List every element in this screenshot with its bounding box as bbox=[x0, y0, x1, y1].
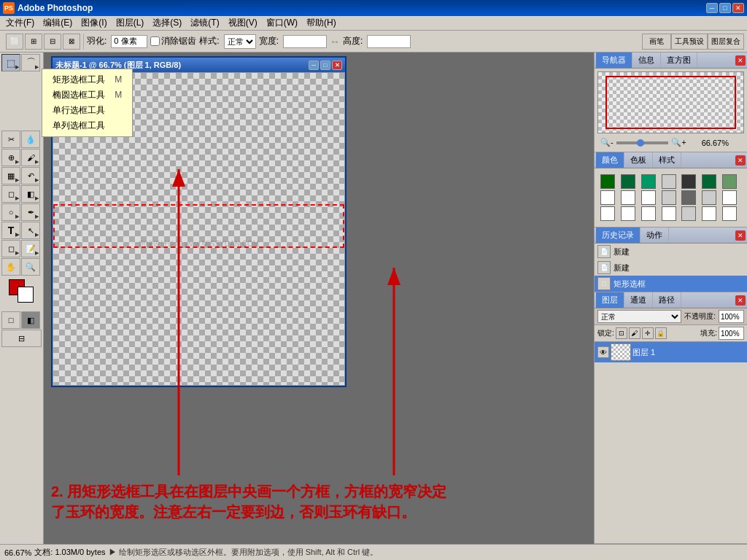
color-swatch[interactable] bbox=[681, 190, 696, 205]
history-close-btn[interactable]: ✕ bbox=[735, 230, 746, 241]
quick-mask-mode[interactable]: ◧ bbox=[21, 311, 40, 329]
menu-filter[interactable]: 滤镜(T) bbox=[186, 16, 223, 30]
feather-input[interactable] bbox=[111, 35, 147, 48]
color-close-btn[interactable]: ✕ bbox=[735, 155, 746, 166]
tab-navigator[interactable]: 导航器 bbox=[596, 52, 632, 68]
path-select-tool[interactable]: ↖▶ bbox=[21, 222, 40, 239]
layer-comp-btn[interactable]: 图层复合 bbox=[708, 34, 744, 50]
popup-ellipse-marquee[interactable]: 椭圆选框工具 M bbox=[47, 88, 128, 103]
popup-single-col[interactable]: 单列选框工具 bbox=[47, 118, 128, 133]
tab-histogram[interactable]: 直方图 bbox=[661, 52, 697, 68]
tab-paths[interactable]: 路径 bbox=[653, 292, 681, 308]
crop-tool[interactable]: ✂ bbox=[1, 131, 20, 148]
menu-window[interactable]: 窗口(W) bbox=[262, 16, 302, 30]
color-swatch[interactable] bbox=[600, 206, 615, 221]
menu-layer[interactable]: 图层(L) bbox=[112, 16, 149, 30]
fill-input[interactable] bbox=[719, 327, 744, 340]
tab-channels[interactable]: 通道 bbox=[624, 292, 653, 308]
menu-image[interactable]: 图像(I) bbox=[77, 16, 111, 30]
color-swatch[interactable] bbox=[702, 190, 716, 205]
lock-paint-icon[interactable]: 🖌 bbox=[629, 327, 640, 339]
history-brush-tool[interactable]: ↶▶ bbox=[21, 167, 40, 184]
lock-position-icon[interactable]: ✛ bbox=[642, 327, 654, 339]
history-item[interactable]: □矩形选框 bbox=[595, 276, 747, 292]
color-swatch[interactable] bbox=[600, 174, 615, 189]
background-color[interactable] bbox=[18, 287, 34, 303]
color-swatch[interactable] bbox=[641, 206, 656, 221]
eraser-tool[interactable]: ◻▶ bbox=[1, 185, 20, 203]
brush-tool[interactable]: 🖌▶ bbox=[21, 149, 40, 166]
color-swatch[interactable] bbox=[621, 174, 635, 189]
menu-file[interactable]: 文件(F) bbox=[1, 16, 39, 30]
popup-rect-marquee[interactable]: 矩形选框工具 M bbox=[47, 72, 128, 88]
opacity-input[interactable] bbox=[719, 310, 744, 323]
menu-help[interactable]: 帮助(H) bbox=[302, 16, 341, 30]
tool-preset-btn[interactable]: 工具预设 bbox=[671, 34, 708, 50]
color-swatch[interactable] bbox=[621, 206, 635, 221]
notes-tool[interactable]: 📝▶ bbox=[21, 240, 40, 257]
spot-healing-tool[interactable]: ⊕▶ bbox=[1, 149, 20, 166]
lock-all-icon[interactable]: 🔒 bbox=[655, 327, 667, 339]
tab-color[interactable]: 颜色 bbox=[596, 152, 624, 168]
color-swatch[interactable] bbox=[641, 190, 656, 205]
color-swatch[interactable] bbox=[641, 174, 656, 189]
tab-layers[interactable]: 图层 bbox=[596, 292, 624, 308]
minimize-button[interactable]: ─ bbox=[706, 3, 718, 13]
doc-close-button[interactable]: ✕ bbox=[332, 61, 342, 70]
style-select[interactable]: 正常 bbox=[224, 34, 256, 49]
layers-close-btn[interactable]: ✕ bbox=[735, 295, 746, 306]
tab-actions[interactable]: 动作 bbox=[640, 228, 669, 243]
width-input[interactable] bbox=[283, 35, 327, 48]
history-item[interactable]: 📄新建 bbox=[595, 244, 747, 260]
navigator-close-btn[interactable]: ✕ bbox=[735, 55, 746, 66]
marquee-tool[interactable]: ⬚ ▶ bbox=[1, 54, 20, 71]
doc-maximize-button[interactable]: □ bbox=[320, 61, 330, 70]
color-swatch[interactable] bbox=[722, 190, 737, 205]
lock-transparency-icon[interactable]: ⊡ bbox=[616, 327, 627, 339]
color-swatch[interactable] bbox=[600, 190, 615, 205]
pen-tool[interactable]: ✒▶ bbox=[21, 203, 40, 221]
standard-mode[interactable]: □ bbox=[1, 311, 20, 329]
color-swatch[interactable] bbox=[681, 206, 696, 221]
color-swatch[interactable] bbox=[662, 206, 676, 221]
color-swatch[interactable] bbox=[702, 206, 716, 221]
menu-select[interactable]: 选择(S) bbox=[148, 16, 186, 30]
new-selection-btn[interactable]: ⬜ bbox=[6, 34, 23, 50]
zoom-slider[interactable] bbox=[616, 141, 668, 144]
close-button[interactable]: ✕ bbox=[732, 3, 744, 13]
gradient-tool[interactable]: ◧▶ bbox=[21, 185, 40, 203]
tab-history[interactable]: 历史记录 bbox=[596, 228, 640, 243]
tab-info[interactable]: 信息 bbox=[632, 52, 661, 68]
menu-edit[interactable]: 编辑(E) bbox=[39, 16, 77, 30]
hand-tool[interactable]: ✋ bbox=[1, 258, 20, 276]
zoom-tool[interactable]: 🔍 bbox=[21, 258, 40, 276]
screen-mode[interactable]: ⊟ bbox=[1, 330, 42, 347]
color-swatch[interactable] bbox=[722, 174, 737, 189]
stamp-tool[interactable]: ▦▶ bbox=[1, 167, 20, 184]
shape-tool[interactable]: ◻▶ bbox=[1, 240, 20, 257]
lasso-tool[interactable]: ⌒ ▶ bbox=[21, 54, 40, 71]
subtract-selection-btn[interactable]: ⊟ bbox=[44, 34, 61, 50]
popup-single-row[interactable]: 单行选框工具 bbox=[47, 103, 128, 118]
text-tool[interactable]: T▶ bbox=[1, 222, 20, 239]
layer-visibility-toggle[interactable]: 👁 bbox=[597, 346, 609, 358]
eyedropper-tool[interactable]: 💧 bbox=[21, 131, 40, 148]
history-item[interactable]: 📄新建 bbox=[595, 260, 747, 276]
menu-view[interactable]: 视图(V) bbox=[224, 16, 262, 30]
color-swatch[interactable] bbox=[621, 190, 635, 205]
height-input[interactable] bbox=[367, 35, 411, 48]
doc-minimize-button[interactable]: ─ bbox=[309, 61, 319, 70]
tab-swatches[interactable]: 色板 bbox=[624, 152, 653, 168]
dodge-tool[interactable]: ○▶ bbox=[1, 203, 20, 221]
brush-panel-btn[interactable]: 画笔 bbox=[642, 34, 671, 50]
color-swatch[interactable] bbox=[662, 190, 676, 205]
maximize-button[interactable]: □ bbox=[719, 3, 731, 13]
color-swatch[interactable] bbox=[681, 174, 696, 189]
add-selection-btn[interactable]: ⊞ bbox=[25, 34, 42, 50]
blend-mode-select[interactable]: 正常 bbox=[597, 310, 681, 323]
anti-alias-checkbox[interactable] bbox=[150, 36, 160, 46]
color-swatch[interactable] bbox=[702, 174, 716, 189]
tab-styles[interactable]: 样式 bbox=[653, 152, 681, 168]
intersect-selection-btn[interactable]: ⊠ bbox=[63, 34, 80, 50]
color-swatch[interactable] bbox=[662, 174, 676, 189]
